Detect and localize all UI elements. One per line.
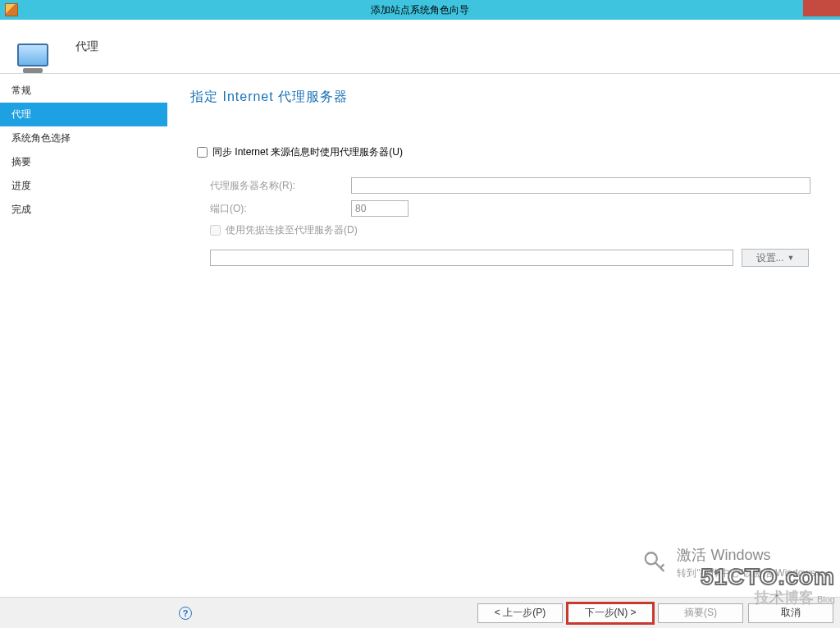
use-proxy-row: 同步 Internet 来源信息时使用代理服务器(U) xyxy=(197,145,817,159)
use-proxy-label: 同步 Internet 来源信息时使用代理服务器(U) xyxy=(212,145,403,159)
cancel-button-label: 取消 xyxy=(781,606,801,620)
svg-line-2 xyxy=(661,564,664,567)
titlebar: 添加站点系统角色向导 xyxy=(0,0,840,20)
proxy-name-input[interactable] xyxy=(351,177,810,194)
page-title: 代理 xyxy=(75,39,98,54)
main-area: 常规 代理 系统角色选择 摘要 进度 完成 指定 Internet 代理服务器 … xyxy=(0,74,840,597)
app-icon xyxy=(5,3,18,16)
sidebar-item-summary[interactable]: 摘要 xyxy=(0,150,167,174)
port-input[interactable] xyxy=(351,200,409,217)
sidebar-item-role-selection[interactable]: 系统角色选择 xyxy=(0,126,167,150)
chevron-down-icon: ▼ xyxy=(788,254,795,262)
wizard-header: 代理 xyxy=(0,20,840,74)
activation-subtitle: 转到"操作中心"以激活 Windows。 xyxy=(677,566,825,580)
proxy-fields: 代理服务器名称(R): 端口(O): 使用凭据连接至代理服务器(D) xyxy=(210,177,817,237)
sidebar-item-label: 系统角色选择 xyxy=(11,132,71,144)
content-panel: 指定 Internet 代理服务器 同步 Internet 来源信息时使用代理服… xyxy=(167,74,840,597)
summary-button[interactable]: 摘要(S) xyxy=(658,603,743,623)
sidebar-item-label: 代理 xyxy=(11,108,31,120)
next-button[interactable]: 下一步(N) > xyxy=(568,603,653,623)
activation-title: 激活 Windows xyxy=(677,545,825,565)
summary-button-label: 摘要(S) xyxy=(684,606,717,620)
use-credentials-label: 使用凭据连接至代理服务器(D) xyxy=(226,223,358,237)
sidebar-item-progress[interactable]: 进度 xyxy=(0,174,167,198)
help-icon[interactable]: ? xyxy=(179,607,192,620)
sidebar-item-proxy[interactable]: 代理 xyxy=(0,103,167,126)
previous-button[interactable]: < 上一步(P) xyxy=(477,603,563,623)
windows-activation-watermark: 激活 Windows 转到"操作中心"以激活 Windows。 xyxy=(641,545,825,580)
sidebar-item-label: 常规 xyxy=(11,85,31,96)
use-credentials-row: 使用凭据连接至代理服务器(D) xyxy=(210,223,817,237)
window-title: 添加站点系统角色向导 xyxy=(371,3,469,17)
credentials-row: 设置... ▼ xyxy=(210,249,817,267)
use-credentials-checkbox[interactable] xyxy=(210,225,221,236)
computer-icon xyxy=(13,27,52,66)
sidebar-item-general[interactable]: 常规 xyxy=(0,79,167,103)
content-heading: 指定 Internet 代理服务器 xyxy=(190,89,817,106)
previous-button-label: < 上一步(P) xyxy=(495,606,546,620)
sidebar-item-label: 完成 xyxy=(11,204,31,215)
settings-button-label: 设置... xyxy=(756,251,784,265)
wizard-footer: ? < 上一步(P) 下一步(N) > 摘要(S) 取消 xyxy=(0,597,840,628)
port-label: 端口(O): xyxy=(210,202,351,216)
sidebar-item-label: 进度 xyxy=(11,180,31,191)
sidebar-item-label: 摘要 xyxy=(11,156,31,167)
sidebar: 常规 代理 系统角色选择 摘要 进度 完成 xyxy=(0,74,167,597)
next-button-label: 下一步(N) > xyxy=(585,606,637,620)
close-button[interactable] xyxy=(803,0,840,16)
credentials-input[interactable] xyxy=(210,250,733,266)
use-proxy-checkbox[interactable] xyxy=(197,147,208,158)
sidebar-item-complete[interactable]: 完成 xyxy=(0,198,167,222)
proxy-name-label: 代理服务器名称(R): xyxy=(210,179,351,193)
settings-button[interactable]: 设置... ▼ xyxy=(742,249,809,267)
cancel-button[interactable]: 取消 xyxy=(748,603,833,623)
key-icon xyxy=(641,549,669,577)
